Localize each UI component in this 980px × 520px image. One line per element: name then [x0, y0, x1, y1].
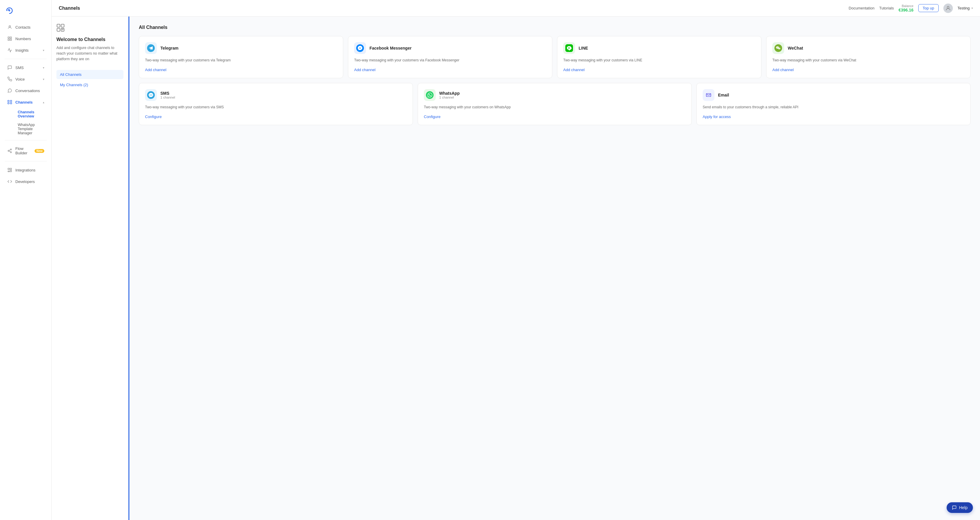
person-icon	[7, 24, 13, 30]
nav-divider-3	[5, 161, 47, 162]
channel-desc-sms: Two-way messaging with your customers vi…	[145, 105, 407, 110]
add-channel-facebook[interactable]: Add channel	[354, 68, 546, 72]
channel-name-sub-whatsapp: WhatsApp 1 channel	[439, 91, 460, 99]
svg-point-11	[8, 150, 9, 151]
configure-whatsapp[interactable]: Configure	[424, 114, 686, 119]
svg-line-14	[9, 150, 11, 151]
help-label: Help	[959, 505, 967, 510]
channel-card-line[interactable]: LINE Two-way messaging with your custome…	[557, 36, 761, 78]
main-content: Channels Documentation Tutorials Balance…	[52, 0, 980, 520]
developers-icon	[7, 179, 13, 184]
voice-chevron-icon: ▾	[43, 78, 44, 81]
channel-name-email: Email	[718, 93, 729, 97]
svg-point-43	[151, 95, 151, 96]
chat-icon	[7, 88, 13, 93]
content-area: Welcome to Channels Add and configure ch…	[52, 16, 980, 520]
balance-display: Balance €396.16	[899, 4, 913, 13]
svg-line-13	[9, 151, 11, 152]
sidebar-item-conversations[interactable]: Conversations	[2, 85, 49, 96]
channel-name-wechat: WeChat	[788, 46, 803, 51]
flow-builder-label: Flow Builder	[15, 146, 30, 155]
svg-rect-5	[10, 39, 11, 40]
sidebar-item-developers[interactable]: Developers	[2, 176, 49, 187]
channel-desc-whatsapp: Two-way messaging with your customers on…	[424, 105, 686, 110]
channel-header-telegram: Telegram	[145, 42, 337, 54]
sidebar-item-voice[interactable]: Voice ▾	[2, 73, 49, 85]
svg-rect-17	[10, 170, 11, 172]
logo	[0, 3, 51, 21]
email-icon	[703, 89, 714, 101]
svg-point-44	[151, 95, 153, 96]
user-name: Testing	[958, 6, 970, 10]
channel-desc-email: Send emails to your customers through a …	[703, 105, 964, 110]
sidebar-item-flow-builder[interactable]: Flow Builder New	[2, 143, 49, 158]
new-badge: New	[35, 149, 44, 153]
flow-icon	[7, 148, 13, 154]
docs-link[interactable]: Documentation	[849, 6, 874, 10]
sidebar-item-whatsapp-template[interactable]: WhatsApp Template Manager	[5, 121, 49, 137]
channel-card-email[interactable]: Email Send emails to your customers thro…	[697, 83, 970, 125]
integrations-icon	[7, 167, 13, 173]
sidebar-nav: Contacts Numbers Insights ▾ SMS ▾	[0, 21, 51, 517]
channel-card-facebook[interactable]: Facebook Messenger Two-way messaging wit…	[348, 36, 552, 78]
channel-desc-telegram: Two-way messaging with your customers vi…	[145, 57, 337, 63]
channel-desc-line: Two-way messaging with your customers vi…	[563, 57, 755, 63]
svg-rect-15	[8, 168, 10, 170]
header: Channels Documentation Tutorials Balance…	[52, 0, 980, 16]
channel-card-whatsapp[interactable]: WhatsApp 1 channel Two-way messaging wit…	[418, 83, 692, 125]
user-menu[interactable]: Testing ▾	[958, 6, 973, 10]
page-title: Channels	[59, 6, 844, 11]
all-channels-nav[interactable]: All Channels	[56, 70, 124, 79]
my-channels-nav[interactable]: My Channels (2)	[56, 80, 124, 89]
insights-label: Insights	[15, 48, 40, 52]
channel-card-sms[interactable]: SMS 1 channel Two-way messaging with you…	[139, 83, 413, 125]
sidebar-item-integrations[interactable]: Integrations	[2, 164, 49, 176]
sidebar-item-numbers[interactable]: Numbers	[2, 33, 49, 44]
help-button[interactable]: Help	[947, 502, 973, 513]
topup-button[interactable]: Top up	[918, 4, 939, 12]
avatar	[943, 3, 953, 13]
svg-point-36	[776, 47, 777, 48]
sms-icon	[7, 65, 13, 70]
channel-name-sub-sms: SMS 1 channel	[161, 91, 175, 99]
configure-sms[interactable]: Configure	[145, 114, 407, 119]
voice-label: Voice	[15, 77, 40, 81]
left-panel: Welcome to Channels Add and configure ch…	[52, 16, 129, 520]
chart-icon	[7, 48, 13, 53]
sidebar-item-channels[interactable]: Channels ▴	[2, 97, 49, 108]
svg-rect-6	[8, 100, 9, 102]
svg-rect-19	[57, 24, 60, 27]
svg-point-38	[778, 48, 780, 49]
add-channel-line[interactable]: Add channel	[563, 68, 755, 72]
nav-divider-2	[5, 140, 47, 141]
apply-access-email[interactable]: Apply for access	[703, 114, 964, 119]
channel-card-telegram[interactable]: Telegram Two-way messaging with your cus…	[139, 36, 343, 78]
add-channel-wechat[interactable]: Add channel	[772, 68, 964, 72]
channel-header-email: Email	[703, 89, 964, 101]
svg-rect-9	[10, 102, 12, 104]
channel-header-facebook: Facebook Messenger	[354, 42, 546, 54]
svg-rect-8	[8, 102, 9, 104]
channels-bottom-grid: SMS 1 channel Two-way messaging with you…	[139, 83, 970, 125]
svg-rect-33	[570, 48, 570, 48]
svg-rect-21	[61, 24, 64, 27]
tutorials-link[interactable]: Tutorials	[879, 6, 894, 10]
svg-point-40	[780, 48, 780, 49]
help-icon	[952, 505, 957, 510]
channel-desc-wechat: Two-way messaging with your customers vi…	[772, 57, 964, 63]
add-channel-telegram[interactable]: Add channel	[145, 68, 337, 72]
svg-point-37	[778, 47, 778, 48]
sidebar-item-channels-overview[interactable]: Channels Overview	[5, 108, 49, 120]
sidebar-item-sms[interactable]: SMS ▾	[2, 62, 49, 73]
channel-desc-facebook: Two-way messaging with your customers vi…	[354, 57, 546, 63]
grid-icon	[7, 36, 13, 41]
channel-name-line: LINE	[579, 46, 588, 51]
svg-point-42	[150, 95, 150, 96]
welcome-title: Welcome to Channels	[56, 37, 124, 42]
sidebar-item-insights[interactable]: Insights ▾	[2, 44, 49, 56]
channel-card-wechat[interactable]: WeChat Two-way messaging with your custo…	[766, 36, 970, 78]
panel-nav: All Channels My Channels (2)	[56, 70, 124, 89]
channel-header-wechat: WeChat	[772, 42, 964, 54]
welcome-icon	[56, 24, 124, 33]
sidebar-item-contacts[interactable]: Contacts	[2, 22, 49, 33]
